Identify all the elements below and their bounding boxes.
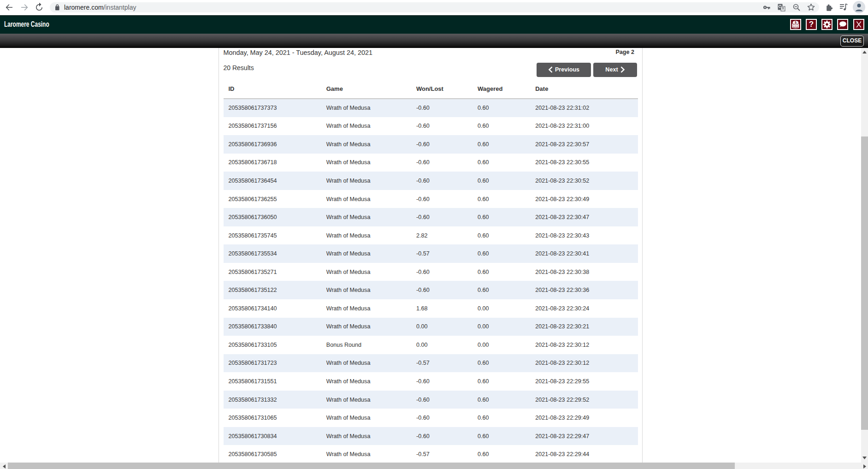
svg-text:$: $ xyxy=(795,21,797,24)
